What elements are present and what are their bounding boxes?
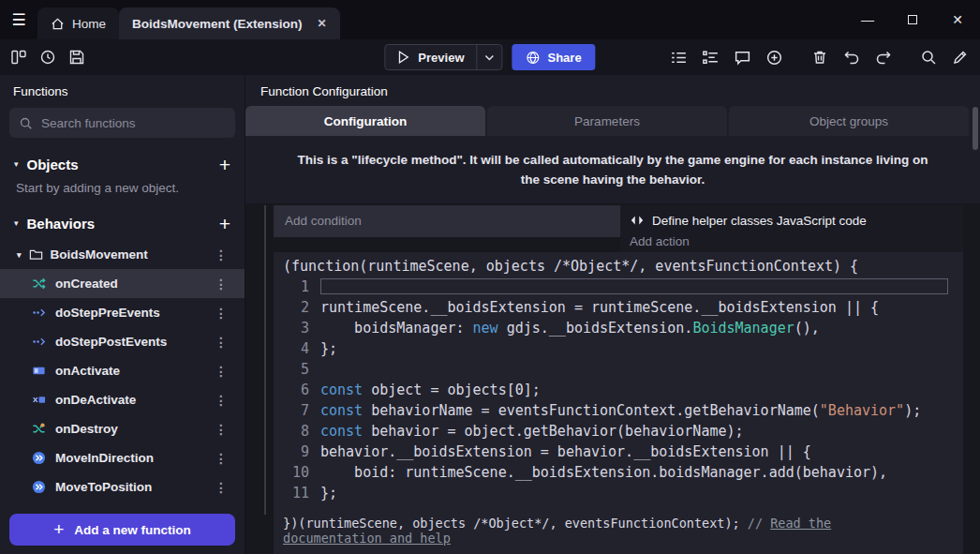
search-events-button[interactable] xyxy=(915,45,941,70)
code-line: 2runtimeScene.__boidsExtension = runtime… xyxy=(274,297,963,318)
preview-button-main[interactable]: Preview xyxy=(385,45,476,69)
function-item-dosteppostevents[interactable]: doStepPostEvents ⋮ xyxy=(0,327,245,356)
add-condition-button[interactable]: Add condition xyxy=(274,205,620,237)
preview-button[interactable]: Preview xyxy=(384,44,502,70)
function-menu-icon[interactable]: ⋮ xyxy=(211,451,231,466)
code-header-line: (function(runtimeScene, objects /*Object… xyxy=(274,256,963,277)
function-menu-icon[interactable]: ⋮ xyxy=(211,335,231,350)
tab-object-groups[interactable]: Object groups xyxy=(729,106,969,136)
function-item-ondestroy[interactable]: onDestroy ⋮ xyxy=(0,414,245,443)
move-in-direction-icon xyxy=(32,451,46,465)
function-item-oncreated[interactable]: onCreated ⋮ xyxy=(0,269,245,298)
pen-icon xyxy=(952,49,969,66)
code-lines: 12runtimeScene.__boidsExtension = runtim… xyxy=(274,277,963,503)
preview-dropdown-button[interactable] xyxy=(478,45,502,69)
code-footer[interactable]: })(runtimeScene, objects /*Object*/, eve… xyxy=(274,516,963,546)
function-item-label: MoveInDirection xyxy=(55,451,154,465)
code-line: 3 boidsManager: new gdjs.__boidsExtensio… xyxy=(274,318,963,338)
tab-close-icon[interactable]: ✕ xyxy=(318,17,327,30)
play-icon xyxy=(397,51,409,64)
js-event-title-label: Define helper classes JavaScript code xyxy=(652,214,867,228)
tab-home-label: Home xyxy=(72,17,106,31)
objects-section-header[interactable]: ▾ Objects + xyxy=(0,147,245,181)
toolbar-right-group xyxy=(666,45,973,70)
function-item-label: onDestroy xyxy=(55,422,118,436)
search-functions-input[interactable] xyxy=(41,116,226,130)
redo-button[interactable] xyxy=(870,45,896,70)
vertical-scrollbar[interactable] xyxy=(973,107,978,150)
save-icon xyxy=(68,49,85,66)
panels-icon xyxy=(10,49,27,66)
function-item-onactivate[interactable]: onActivate ⋮ xyxy=(0,356,245,385)
tab-configuration[interactable]: Configuration xyxy=(245,106,485,136)
add-behavior-button[interactable]: + xyxy=(219,214,230,233)
search-functions-box[interactable] xyxy=(9,108,235,138)
theme-editor-button[interactable] xyxy=(947,45,973,70)
function-menu-icon[interactable]: ⋮ xyxy=(211,480,231,495)
deactivate-icon xyxy=(32,393,46,407)
content: Functions ▾ Objects + Start by adding a … xyxy=(0,75,980,554)
search-icon xyxy=(920,49,937,66)
activate-icon xyxy=(32,364,46,378)
function-menu-icon[interactable]: ⋮ xyxy=(211,393,231,408)
function-item-label: onCreated xyxy=(55,277,118,291)
add-new-function-button[interactable]: + Add a new function xyxy=(9,514,235,546)
add-object-button[interactable]: + xyxy=(219,155,230,174)
preview-button-label: Preview xyxy=(418,51,464,65)
javascript-code-editor[interactable]: (function(runtimeScene, objects /*Object… xyxy=(274,252,963,554)
event-drag-handle[interactable] xyxy=(255,205,266,515)
history-button[interactable] xyxy=(35,45,60,70)
function-menu-icon[interactable]: ⋮ xyxy=(211,306,231,321)
add-circle-icon xyxy=(765,49,783,67)
comment-bubble-icon xyxy=(734,49,751,67)
maximize-icon xyxy=(908,15,917,24)
tab-parameters[interactable]: Parameters xyxy=(487,106,727,136)
code-line: 6const object = objects[0]; xyxy=(274,380,963,400)
save-button[interactable] xyxy=(64,45,89,70)
objects-list-icon xyxy=(670,49,688,67)
step-post-icon xyxy=(32,335,46,349)
code-line: 7const behaviorName = eventsFunctionCont… xyxy=(274,400,963,421)
toolbar-left-group xyxy=(6,45,89,70)
function-menu-icon[interactable]: ⋮ xyxy=(211,277,231,292)
behaviors-section-label: Behaviors xyxy=(27,216,211,232)
object-groups-button[interactable] xyxy=(698,45,723,70)
function-item-ondeactivate[interactable]: onDeActivate ⋮ xyxy=(0,385,245,414)
add-event-button[interactable] xyxy=(762,45,787,70)
function-item-movetoposition[interactable]: MoveToPosition ⋮ xyxy=(0,472,245,502)
home-icon xyxy=(51,17,65,31)
function-item-moveindirection[interactable]: MoveInDirection ⋮ xyxy=(0,443,245,472)
behaviors-chevron-icon[interactable]: ▾ xyxy=(14,218,19,228)
folder-chevron-icon[interactable]: ▾ xyxy=(17,250,22,260)
window-minimize-button[interactable]: — xyxy=(845,0,890,39)
code-line: 1 xyxy=(274,277,963,297)
comment-button[interactable] xyxy=(730,45,755,70)
oncreated-shuffle-icon xyxy=(32,277,46,291)
tab-home[interactable]: Home xyxy=(37,7,119,39)
undo-button[interactable] xyxy=(839,45,864,70)
objects-chevron-icon[interactable]: ▾ xyxy=(14,159,19,169)
panels-layout-button[interactable] xyxy=(6,45,31,70)
code-line: 5 xyxy=(274,359,963,380)
tab-extension[interactable]: BoidsMovement (Extension) ✕ xyxy=(119,7,340,39)
behaviors-section-header[interactable]: ▾ Behaviors + xyxy=(0,206,245,240)
share-button[interactable]: Share xyxy=(512,44,596,70)
toolbar-center-group: Preview Share xyxy=(384,44,595,70)
function-item-label: MoveToPosition xyxy=(55,480,152,494)
globe-icon xyxy=(527,51,541,65)
function-item-label: doStepPostEvents xyxy=(55,335,167,349)
folder-label: BoidsMovement xyxy=(51,247,148,262)
behavior-folder-boidsmovement[interactable]: ▾ BoidsMovement ⋮ xyxy=(0,240,245,269)
delete-button[interactable] xyxy=(807,45,832,70)
js-event-title[interactable]: Define helper classes JavaScript code xyxy=(630,210,954,232)
window-close-button[interactable]: ✕ xyxy=(935,0,980,39)
objects-list-button[interactable] xyxy=(666,45,691,70)
add-action-button[interactable]: Add action xyxy=(630,232,954,252)
folder-menu-icon[interactable]: ⋮ xyxy=(211,247,231,262)
function-menu-icon[interactable]: ⋮ xyxy=(211,364,231,379)
window-maximize-button[interactable] xyxy=(890,0,935,39)
hamburger-menu-icon[interactable]: ☰ xyxy=(0,0,37,39)
function-item-dosteppreevents[interactable]: doStepPreEvents ⋮ xyxy=(0,298,245,327)
history-icon xyxy=(39,49,56,66)
function-menu-icon[interactable]: ⋮ xyxy=(211,422,231,437)
